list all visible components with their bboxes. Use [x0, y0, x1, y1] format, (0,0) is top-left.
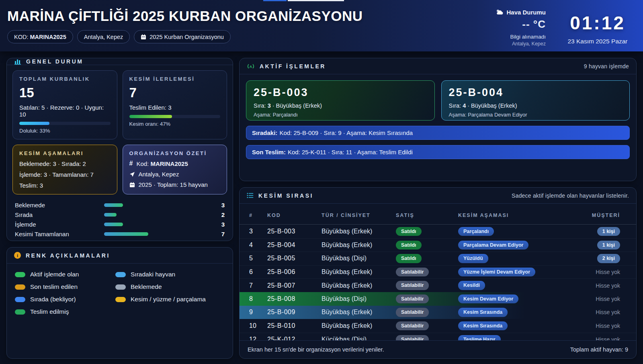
panel-title-queue: KESİM SIRASI — [258, 192, 313, 199]
stat-label: KESİM İLERLEMESİ — [129, 76, 221, 82]
calendar-icon — [129, 182, 135, 188]
panel-title-general: GENEL DURUM — [26, 58, 83, 65]
legend-label: Sırada (bekliyor) — [30, 296, 76, 303]
hash-icon: # — [129, 160, 133, 167]
sale-status-badge: Satıldı — [396, 254, 422, 263]
stage-bar-label: Kesimi Tamamlanan — [15, 231, 104, 237]
active-animal-card: 25-B-004Sıra: 4 · Büyükbaş (Erkek)Aşama:… — [441, 80, 630, 121]
clock-date: 23 Kasım 2025 Pazar — [559, 38, 636, 45]
page-title: MARİNA ÇİFTLİĞİ 2025 KURBAN ORGANİZASYON… — [7, 8, 363, 24]
cell-animal-code: 25-B-010 — [267, 322, 322, 329]
cell-row-number: 4 — [249, 241, 267, 249]
column-header-customer: MÜŞTERİ — [575, 213, 620, 218]
cell-type-gender: Küçükbaş (Dişi) — [322, 336, 396, 340]
cell-cut-stage: Parçalandı — [458, 227, 575, 236]
legend-item: Kesim / yüzme / parçalama — [115, 296, 225, 303]
stage-bar-track — [104, 213, 213, 217]
stat-line: Teslim: 3 — [19, 182, 111, 189]
queue-table-scroll-area[interactable]: 325-B-003Büyükbaş (Erkek)SatıldıParçalan… — [240, 225, 636, 340]
sale-status-badge: Satıldı — [396, 241, 422, 250]
customer-badge: 1 kişi — [597, 241, 620, 250]
cell-row-number: 7 — [249, 282, 267, 289]
calendar-icon — [141, 34, 146, 40]
bar-chart-icon — [14, 58, 21, 65]
stage-bar-fill — [104, 232, 148, 236]
cell-row-number: 6 — [249, 268, 267, 276]
cell-sale-status: Satıldı — [396, 227, 458, 236]
cell-animal-code: 25-B-003 — [267, 228, 322, 235]
stage-bar-fill — [104, 213, 117, 217]
stage-bar-track — [104, 232, 213, 236]
legend-grid: Aktif işlemde olanSon teslim edilenSırad… — [7, 264, 233, 323]
cell-animal-code: 25-B-007 — [267, 282, 322, 289]
customer-none-label: Hisse yok — [596, 296, 620, 302]
header-badge-label: 2025 Kurban Organizasyonu — [149, 34, 224, 40]
sale-status-badge: Satılabilir — [396, 268, 429, 277]
panel-cut-queue: KESİM SIRASI Sadece aktif işlemde olan h… — [239, 187, 637, 359]
info-icon: i — [14, 252, 21, 259]
header-badge: KOD: MARINA2025 — [7, 30, 73, 43]
table-row: 725-B-007Büyükbaş (Erkek)SatılabilirKesi… — [240, 278, 636, 292]
cell-customer: Hisse yok — [575, 295, 620, 303]
customer-badge: 2 kişi — [597, 254, 620, 263]
stat-line: Beklemede: 3 · Sırada: 2 — [19, 160, 111, 167]
stat-line: Satılan: 5 · Rezerve: 0 · Uygun: 10 — [19, 104, 111, 118]
stage-bar-row: Beklemede3 — [15, 200, 225, 210]
cell-customer: Hisse yok — [575, 336, 620, 340]
header-badge-label: KOD: MARINA2025 — [14, 34, 66, 40]
cut-stage-badge: Yüzüldü — [458, 254, 488, 263]
legend-color-chip — [115, 272, 126, 277]
weather-widget: Hava Durumu -- °C Bilgi alınamadı Antaly… — [489, 9, 546, 51]
legend-item: Sıradaki hayvan — [115, 271, 225, 278]
stat-card-cut-progress: KESİM İLERLEMESİ 7 Teslim Edilen: 3 Kesi… — [123, 70, 227, 139]
cell-customer: 2 kişi — [575, 254, 620, 263]
panel-title-active: AKTİF İŞLEMLER — [260, 63, 326, 70]
cut-stage-badge: Kesim Devam Ediyor — [458, 294, 518, 304]
stage-bar-value: 3 — [213, 202, 225, 209]
legend-column: Aktif işlemde olanSon teslim edilenSırad… — [15, 271, 115, 315]
panel-active-operations: A AKTİF İŞLEMLER 9 hayvan işlemde 25-B-0… — [239, 58, 637, 181]
column-header-code: KOD — [267, 213, 322, 218]
weather-location: Antalya, Kepez — [489, 41, 546, 47]
stat-value: 7 — [129, 85, 221, 100]
cell-sale-status: Satılabilir — [396, 335, 458, 340]
cell-sale-status: Satıldı — [396, 254, 458, 263]
cell-cut-stage: Parçalama Devam Ediyor — [458, 241, 575, 250]
stage-bar-fill — [104, 223, 123, 226]
legend-label: Sıradaki hayvan — [131, 271, 175, 278]
active-animal-code: 25-B-003 — [254, 86, 427, 99]
cell-customer: 1 kişi — [575, 227, 620, 236]
cell-animal-code: 25-K-012 — [267, 336, 322, 340]
header-badge-label: Antalya, Kepez — [84, 34, 123, 40]
stat-line: Teslim Edilen: 3 — [129, 104, 221, 111]
stage-bar-list: Beklemede3Sırada2İşlemde3Kesimi Tamamlan… — [7, 194, 233, 241]
sale-status-badge: Satılabilir — [396, 335, 429, 340]
cell-cut-stage: Yüzme İşlemi Devam Ediyor — [458, 268, 575, 277]
legend-label: Beklemede — [131, 283, 162, 290]
legend-color-chip — [115, 297, 126, 302]
cell-cut-stage: Teslime Hazır — [458, 335, 575, 340]
cell-animal-code: 25-B-006 — [267, 268, 322, 276]
customer-none-label: Hisse yok — [596, 323, 620, 329]
legend-column: Sıradaki hayvanBeklemedeKesim / yüzme / … — [115, 271, 225, 315]
cell-row-number: 3 — [249, 228, 267, 235]
cell-row-number: 12 — [249, 336, 267, 340]
table-row: 1225-K-012Küçükbaş (Dişi)SatılabilirTesl… — [240, 333, 636, 340]
header-badges: KOD: MARINA2025Antalya, Kepez2025 Kurban… — [7, 30, 363, 43]
stage-bar-label: İşlemde — [15, 221, 104, 228]
stage-bar-row: İşlemde3 — [15, 219, 225, 229]
sale-status-badge: Satılabilir — [396, 308, 429, 317]
cell-cut-stage: Yüzüldü — [458, 254, 575, 263]
cut-stage-badge: Yüzme İşlemi Devam Ediyor — [458, 268, 535, 277]
weather-temperature: -- °C — [489, 18, 546, 31]
table-header-row: # KOD TÜR / CİNSİYET SATIŞ KESİM AŞAMASI… — [240, 206, 636, 225]
cell-sale-status: Satılabilir — [396, 268, 458, 277]
legend-color-chip — [115, 284, 126, 290]
table-row: 525-B-005Büyükbaş (Dişi)SatıldıYüzüldü2 … — [240, 252, 636, 265]
stage-bar-value: 3 — [213, 221, 225, 228]
cut-rate-progressbar — [129, 115, 221, 118]
stage-bar-label: Teslim Edilen — [15, 240, 104, 241]
customer-none-label: Hisse yok — [596, 269, 620, 275]
panel-color-legend: i RENK AÇIKLAMALARI Aktif işlemde olanSo… — [6, 247, 233, 359]
active-animal-line: Sıra: 4 · Büyükbaş (Erkek) — [449, 102, 623, 109]
